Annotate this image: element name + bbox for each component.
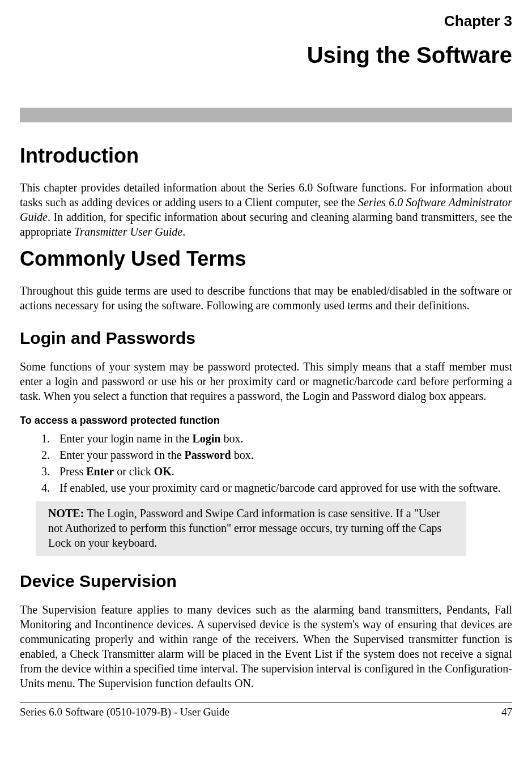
heading-device-supervision: Device Supervision — [20, 572, 512, 591]
heading-access-procedure: To access a password protected function — [20, 415, 512, 427]
login-paragraph: Some functions of your system may be pas… — [20, 359, 512, 403]
intro-italic-2: Transmitter User Guide — [74, 225, 182, 238]
note-text: The Login, Password and Swipe Card infor… — [48, 507, 441, 549]
chapter-label: Chapter 3 — [20, 12, 512, 30]
heading-commonly-used-terms: Commonly Used Terms — [20, 247, 512, 271]
step-2-text-c: box. — [231, 449, 254, 461]
step-3-text-a: Press — [59, 465, 86, 478]
step-1-text-c: box. — [220, 432, 243, 445]
step-3: Press Enter or click OK. — [53, 465, 512, 478]
step-2-text-a: Enter your password in the — [59, 449, 185, 461]
note-label: NOTE: — [48, 507, 84, 519]
heading-introduction: Introduction — [20, 144, 512, 168]
footer-left: Series 6.0 Software (0510-1079-B) - User… — [20, 706, 229, 718]
footer-page-number: 47 — [501, 706, 512, 718]
step-1: Enter your login name in the Login box. — [53, 432, 512, 445]
note-box: NOTE: The Login, Password and Swipe Card… — [36, 501, 466, 556]
step-1-text-a: Enter your login name in the — [59, 432, 192, 445]
chapter-title: Using the Software — [20, 42, 512, 68]
intro-text-3: . — [182, 225, 185, 238]
step-1-bold: Login — [192, 432, 220, 445]
step-4: If enabled, use your proximity card or m… — [53, 482, 512, 495]
intro-paragraph: This chapter provides detailed informati… — [20, 180, 512, 239]
separator-bar — [20, 108, 512, 122]
terms-paragraph: Throughout this guide terms are used to … — [20, 283, 512, 313]
step-2: Enter your password in the Password box. — [53, 449, 512, 462]
heading-login-passwords: Login and Passwords — [20, 329, 512, 348]
step-3-bold-2: OK — [154, 465, 172, 478]
procedure-steps: Enter your login name in the Login box. … — [20, 432, 512, 495]
page-container: Chapter 3 Using the Software Introductio… — [0, 0, 532, 734]
device-paragraph: The Supervision feature applies to many … — [20, 602, 512, 691]
step-3-text-c: or click — [114, 465, 154, 478]
page-footer: Series 6.0 Software (0510-1079-B) - User… — [20, 702, 512, 718]
step-2-bold: Password — [185, 449, 231, 461]
step-3-bold-1: Enter — [86, 465, 114, 478]
step-3-text-e: . — [172, 465, 175, 478]
